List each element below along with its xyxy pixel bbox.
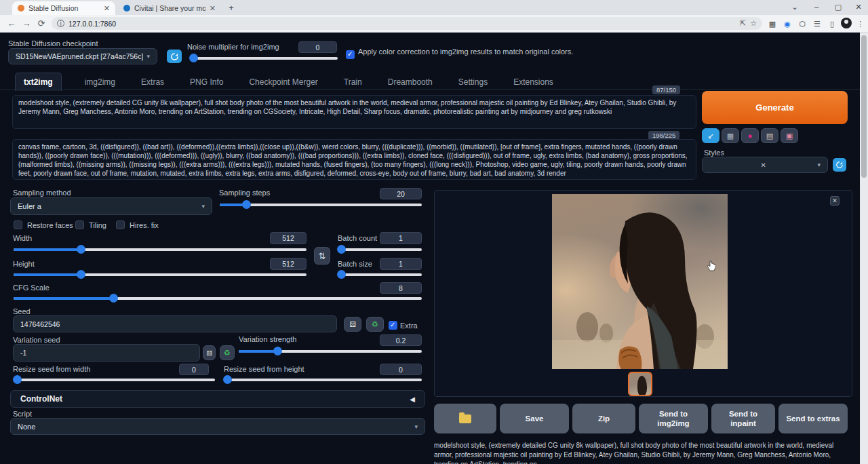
hires-fix-checkbox[interactable] [116,220,125,229]
window-minimize-button[interactable]: – [807,0,826,15]
zip-button[interactable]: Zip [572,404,635,433]
batch-count-slider[interactable] [338,248,422,251]
browser-menu-dots-icon[interactable]: ⋮ [854,18,867,30]
scrollbar-thumb[interactable] [861,35,867,178]
noise-multiplier-value[interactable]: 0 [298,41,337,53]
negative-prompt-input[interactable]: canvas frame, cartoon, 3d, ((disfigured)… [12,139,696,180]
extra-networks-button[interactable]: ● [741,128,759,143]
variation-strength-slider[interactable] [239,350,422,353]
site-info-icon[interactable]: i [57,20,64,27]
prompt-text: modelshoot style, (extremely detailed CG… [18,99,676,115]
generate-button[interactable]: Generate [702,91,848,124]
address-bar[interactable]: i 127.0.0.1:7860 ⇱ ☆ [52,17,762,30]
side-panel-icon[interactable]: ▯ [826,18,838,30]
seed-input[interactable]: 1476462546 [13,315,337,332]
window-close-button[interactable]: ✕ [849,0,868,15]
resize-seed-height-value[interactable]: 0 [380,364,422,375]
checkpoint-dropdown[interactable]: SD15NewVAEpruned.ckpt [27a4ac756c] ▾ [8,48,157,64]
window-menu-icon[interactable]: ⌄ [785,0,804,15]
batch-size-slider[interactable] [338,273,422,276]
reuse-seed-button[interactable]: ♻ [366,317,384,332]
sampling-method-dropdown[interactable]: Euler a ▾ [10,197,212,215]
batch-size-value[interactable]: 1 [380,258,422,270]
playlist-icon[interactable]: ☰ [811,18,823,30]
reload-button[interactable]: ⟳ [35,18,47,30]
tab-txt2img[interactable]: txt2img [15,73,62,91]
resize-seed-height-slider[interactable] [224,379,422,381]
batch-count-value[interactable]: 1 [380,232,422,244]
variation-strength-value[interactable]: 0.2 [380,334,422,346]
save-style-icon: ▣ [786,132,793,140]
controlnet-accordion[interactable]: ControlNet ◀ [10,390,425,408]
bookmark-star-icon[interactable]: ☆ [750,19,757,28]
media-control-icon[interactable]: ◉ [781,18,793,30]
sampling-method-label: Sampling method [13,189,71,197]
restore-faces-checkbox[interactable] [14,220,22,229]
open-folder-button[interactable] [434,404,496,433]
variation-reuse-seed-button[interactable]: ♻ [220,345,235,360]
gallery-thumbnail-selected[interactable] [628,372,652,396]
cfg-scale-value[interactable]: 8 [380,282,422,294]
apply-style-button[interactable]: ▤ [761,128,778,143]
forward-button[interactable]: → [20,18,33,30]
batch-size-label: Batch size [338,260,372,268]
browser-tab-stable-diffusion[interactable]: Stable Diffusion ✕ [12,1,115,15]
cfg-scale-slider[interactable] [14,297,422,300]
variation-seed-input[interactable]: -1 [13,344,200,362]
window-maximize-button[interactable]: ▢ [829,0,848,15]
variation-seed-label: Variation seed [13,336,60,344]
tab-title: Stable Diffusion [28,4,100,12]
restore-faces-label: Restore faces [27,221,73,229]
extensions-puzzle-icon[interactable]: ⬡ [796,18,808,30]
negative-prompt-text: canvas frame, cartoon, 3d, ((disfigured)… [18,143,688,177]
seed-value: 1476462546 [20,320,60,328]
styles-dropdown[interactable]: ✕ ▾ [702,157,828,173]
send-to-inpaint-button[interactable]: Send to inpaint [711,404,775,433]
swap-dimensions-button[interactable]: ⇅ [314,247,330,265]
height-value[interactable]: 512 [270,258,307,270]
width-slider[interactable] [14,248,307,251]
share-icon[interactable]: ⇱ [740,19,746,28]
resize-seed-width-label: Resize seed from width [13,365,90,373]
tab-close-icon[interactable]: ✕ [104,4,110,13]
variation-random-seed-button[interactable]: ⚄ [203,345,216,360]
styles-clear-icon[interactable]: ✕ [761,161,766,169]
styles-refresh-button[interactable] [833,158,846,172]
styles-label: Styles [704,149,724,157]
save-style-button[interactable]: ▣ [781,128,798,143]
extra-seed-checkbox[interactable] [389,321,397,330]
generated-image[interactable] [552,194,728,369]
save-button[interactable]: Save [500,404,569,433]
color-correction-checkbox[interactable] [346,50,355,59]
extra-seed-label: Extra [400,322,418,330]
width-value[interactable]: 512 [270,232,307,244]
tab-close-icon[interactable]: ✕ [210,4,216,13]
variation-strength-label: Variation strength [239,335,296,343]
apps-grid-icon[interactable]: ▦ [766,18,778,30]
page-scrollbar[interactable] [860,33,868,464]
profile-avatar[interactable] [841,18,852,28]
resize-seed-width-slider[interactable] [14,379,215,381]
height-slider[interactable] [14,273,307,276]
resize-seed-width-value[interactable]: 0 [179,364,209,375]
noise-multiplier-slider[interactable] [191,57,338,60]
chevron-down-icon[interactable]: ▾ [817,161,821,168]
back-button[interactable]: ← [5,18,18,30]
noise-multiplier-label: Noise multiplier for img2img [187,43,279,51]
url-text[interactable]: 127.0.0.1:7860 [68,20,736,28]
gallery-close-button[interactable]: ✕ [830,196,840,206]
paste-params-button[interactable]: ↙ [702,128,719,143]
send-to-extras-button[interactable]: Send to extras [778,404,848,433]
sampling-steps-slider[interactable] [220,204,422,206]
sampling-steps-value[interactable]: 20 [380,188,422,199]
prompt-input[interactable]: modelshoot style, (extremely detailed CG… [12,95,696,129]
tiling-checkbox[interactable] [75,220,84,229]
script-dropdown[interactable]: None ▾ [10,418,425,435]
browser-tab-civitai[interactable]: Civitai | Share your models ✕ [118,1,221,15]
recycle-icon: ♻ [224,349,231,357]
send-to-img2img-button[interactable]: Send to img2img [639,404,708,433]
clear-prompt-button[interactable]: ▦ [722,128,739,143]
checkpoint-refresh-button[interactable] [167,50,182,63]
random-seed-button[interactable]: ⚄ [344,317,361,332]
new-tab-button[interactable]: + [225,2,237,14]
